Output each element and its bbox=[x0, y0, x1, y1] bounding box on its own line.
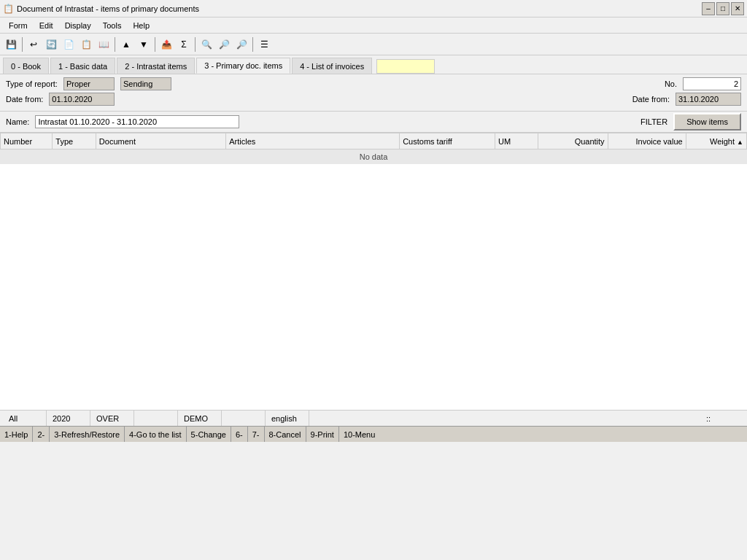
tab-4-list-of-invoices[interactable]: 4 - List of invoices bbox=[292, 58, 372, 74]
menu-edit[interactable]: Edit bbox=[34, 20, 59, 31]
menu-form[interactable]: Form bbox=[3, 20, 34, 31]
table-header: Number Type Document Articles Customs ta… bbox=[1, 133, 747, 149]
type-of-report-input[interactable] bbox=[63, 77, 115, 90]
status-bar: All 2020 OVER DEMO english :: bbox=[0, 410, 747, 426]
menu-tools[interactable]: Tools bbox=[97, 20, 128, 31]
tb-find3[interactable]: 🔎 bbox=[233, 36, 249, 52]
fkey-6[interactable]: 6- bbox=[231, 427, 248, 442]
no-input[interactable] bbox=[683, 77, 741, 90]
show-items-button[interactable]: Show items bbox=[673, 113, 741, 131]
date-from-input2[interactable] bbox=[676, 93, 741, 106]
title-bar: 📋 Document of Intrastat - items of prima… bbox=[0, 0, 747, 18]
minimize-button[interactable]: – bbox=[702, 2, 715, 15]
form-area: Type of report: No. Date from: Date from… bbox=[0, 74, 747, 112]
status-resize: :: bbox=[700, 411, 744, 426]
date-from-label1: Date from: bbox=[6, 95, 43, 104]
status-demo: DEMO bbox=[178, 411, 222, 426]
col-weight: Weight ▲ bbox=[686, 133, 746, 149]
type-of-report-label: Type of report: bbox=[6, 79, 58, 88]
tab-0-book[interactable]: 0 - Book bbox=[3, 58, 49, 74]
tb-export[interactable]: 📤 bbox=[158, 36, 174, 52]
tb-up[interactable]: ▲ bbox=[118, 36, 134, 52]
tb-down[interactable]: ▼ bbox=[136, 36, 152, 52]
window-title: Document of Intrastat - items of primary… bbox=[17, 4, 199, 13]
tb-sep5 bbox=[252, 37, 253, 52]
close-button[interactable]: ✕ bbox=[731, 2, 744, 15]
col-customs-tariff: Customs tariff bbox=[400, 133, 495, 149]
title-bar-left: 📋 Document of Intrastat - items of prima… bbox=[3, 4, 199, 14]
filter-label: FILTER bbox=[640, 117, 667, 126]
col-document: Document bbox=[96, 133, 225, 149]
tb-new[interactable]: 📄 bbox=[61, 36, 77, 52]
fkey-9-print[interactable]: 9-Print bbox=[306, 427, 339, 442]
date-from-input1[interactable] bbox=[49, 93, 115, 106]
tb-save[interactable]: 💾 bbox=[3, 36, 19, 52]
tab-1-basic-data[interactable]: 1 - Basic data bbox=[50, 58, 115, 74]
col-quantity: Quantity bbox=[538, 133, 608, 149]
tab-extra-input[interactable] bbox=[376, 59, 435, 74]
no-data-message: No data bbox=[0, 149, 747, 164]
filter-row: Name: FILTER Show items bbox=[0, 112, 747, 133]
tabs: 0 - Book 1 - Basic data 2 - Intrastat it… bbox=[0, 55, 747, 74]
name-label: Name: bbox=[6, 117, 29, 126]
tb-sep3 bbox=[155, 37, 155, 52]
tb-copy[interactable]: 📋 bbox=[78, 36, 94, 52]
tb-undo[interactable]: ↩ bbox=[26, 36, 42, 52]
col-invoice-value: Invoice value bbox=[608, 133, 686, 149]
status-fill bbox=[309, 411, 700, 426]
tb-find2[interactable]: 🔎 bbox=[216, 36, 232, 52]
tb-book[interactable]: 📖 bbox=[96, 36, 112, 52]
table-header-row: Number Type Document Articles Customs ta… bbox=[1, 133, 747, 149]
menu-display[interactable]: Display bbox=[59, 20, 97, 31]
fkey-3-refresh[interactable]: 3-Refresh/Restore bbox=[50, 427, 125, 442]
menu-bar: Form Edit Display Tools Help bbox=[0, 18, 747, 34]
data-table: Number Type Document Articles Customs ta… bbox=[0, 133, 747, 149]
date-from-label2: Date from: bbox=[632, 95, 670, 104]
tb-sep2 bbox=[115, 37, 115, 52]
tab-2-intrastat-items[interactable]: 2 - Intrastat items bbox=[117, 58, 195, 74]
table-wrapper[interactable]: Number Type Document Articles Customs ta… bbox=[0, 133, 747, 410]
status-year: 2020 bbox=[47, 411, 90, 426]
col-number: Number bbox=[1, 133, 53, 149]
sending-input[interactable] bbox=[120, 77, 171, 90]
status-language: english bbox=[266, 411, 309, 426]
tb-find[interactable]: 🔍 bbox=[198, 36, 214, 52]
toolbar: 💾 ↩ 🔄 📄 📋 📖 ▲ ▼ 📤 Σ 🔍 🔎 🔎 ☰ bbox=[0, 34, 747, 55]
fkey-10-menu[interactable]: 10-Menu bbox=[339, 427, 747, 442]
fkey-4-list[interactable]: 4-Go to the list bbox=[125, 427, 187, 442]
tb-sep1 bbox=[22, 37, 23, 52]
fkey-8-cancel[interactable]: 8-Cancel bbox=[265, 427, 306, 442]
col-um: UM bbox=[495, 133, 538, 149]
sort-icon: ▲ bbox=[737, 139, 743, 146]
form-row-dates: Date from: Date from: bbox=[6, 93, 741, 106]
status-over: OVER bbox=[90, 411, 134, 426]
fkey-7[interactable]: 7- bbox=[248, 427, 265, 442]
fkey-5-change[interactable]: 5-Change bbox=[187, 427, 231, 442]
title-bar-controls[interactable]: – □ ✕ bbox=[702, 2, 744, 15]
tb-sep4 bbox=[195, 37, 196, 52]
status-all: All bbox=[3, 411, 47, 426]
tb-list[interactable]: ☰ bbox=[256, 36, 272, 52]
form-row-type: Type of report: No. bbox=[6, 77, 741, 90]
maximize-button[interactable]: □ bbox=[716, 2, 729, 15]
no-label: No. bbox=[665, 79, 677, 88]
fkey-2[interactable]: 2- bbox=[33, 427, 50, 442]
fkey-1-help[interactable]: 1-Help bbox=[0, 427, 33, 442]
tab-3-primary-doc-items[interactable]: 3 - Primary doc. items bbox=[196, 58, 290, 74]
fkey-bar: 1-Help 2- 3-Refresh/Restore 4-Go to the … bbox=[0, 426, 747, 442]
col-articles: Articles bbox=[226, 133, 400, 149]
window-icon: 📋 bbox=[3, 4, 14, 14]
menu-help[interactable]: Help bbox=[127, 20, 155, 31]
col-type: Type bbox=[53, 133, 96, 149]
status-empty1 bbox=[134, 411, 178, 426]
tb-sigma[interactable]: Σ bbox=[176, 36, 192, 52]
tb-refresh[interactable]: 🔄 bbox=[43, 36, 59, 52]
name-input[interactable] bbox=[35, 115, 239, 128]
status-empty2 bbox=[222, 411, 266, 426]
